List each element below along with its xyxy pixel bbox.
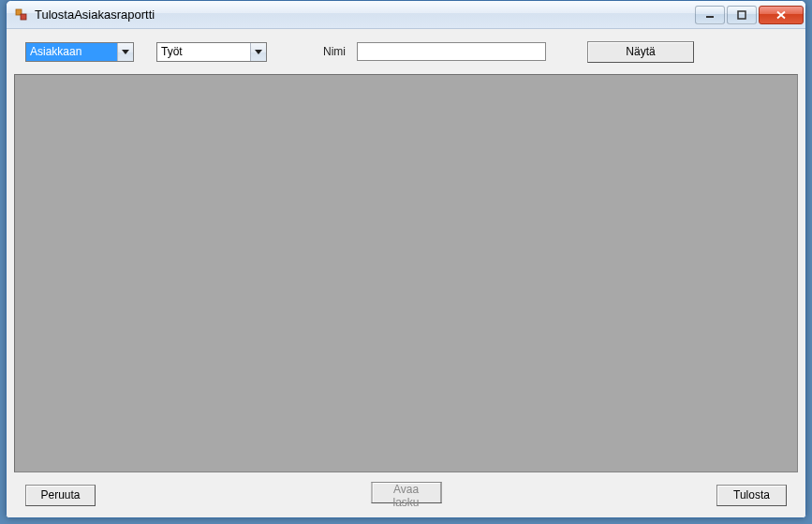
results-grid[interactable] bbox=[14, 74, 798, 472]
svg-marker-7 bbox=[255, 50, 262, 54]
nayta-button[interactable]: Näytä bbox=[587, 41, 694, 63]
tyot-combo[interactable]: Työt bbox=[156, 42, 267, 62]
window-controls bbox=[693, 6, 804, 24]
close-icon bbox=[775, 10, 787, 20]
nimi-label: Nimi bbox=[323, 45, 346, 58]
minimize-button[interactable] bbox=[695, 6, 725, 24]
footer-toolbar: Peruuta Avaa lasku Tulosta bbox=[7, 472, 805, 517]
svg-rect-2 bbox=[706, 16, 714, 18]
svg-rect-3 bbox=[738, 11, 746, 19]
app-icon bbox=[14, 7, 29, 22]
svg-rect-1 bbox=[21, 14, 26, 20]
asiakkaan-combo[interactable]: Asiakkaan bbox=[25, 42, 134, 62]
filter-toolbar: Asiakkaan Työt Nimi Näytä bbox=[7, 29, 805, 74]
client-area: Asiakkaan Työt Nimi Näytä Peruuta Avaa l… bbox=[7, 29, 805, 517]
chevron-down-icon[interactable] bbox=[117, 43, 133, 61]
app-window: TulostaAsiakasraportti Asiakkaan bbox=[6, 0, 806, 518]
svg-marker-6 bbox=[122, 50, 129, 54]
peruuta-button[interactable]: Peruuta bbox=[25, 485, 96, 506]
title-bar: TulostaAsiakasraportti bbox=[7, 1, 805, 29]
tulosta-button[interactable]: Tulosta bbox=[716, 485, 787, 506]
maximize-button[interactable] bbox=[727, 6, 757, 24]
avaa-lasku-button[interactable]: Avaa lasku bbox=[371, 482, 441, 503]
window-title: TulostaAsiakasraportti bbox=[35, 7, 693, 22]
minimize-icon bbox=[705, 10, 715, 20]
nimi-input[interactable] bbox=[357, 42, 546, 61]
asiakkaan-combo-value: Asiakkaan bbox=[26, 43, 117, 61]
tyot-combo-value: Työt bbox=[157, 43, 250, 61]
close-button[interactable] bbox=[759, 6, 804, 24]
chevron-down-icon[interactable] bbox=[250, 43, 266, 61]
maximize-icon bbox=[737, 10, 746, 20]
